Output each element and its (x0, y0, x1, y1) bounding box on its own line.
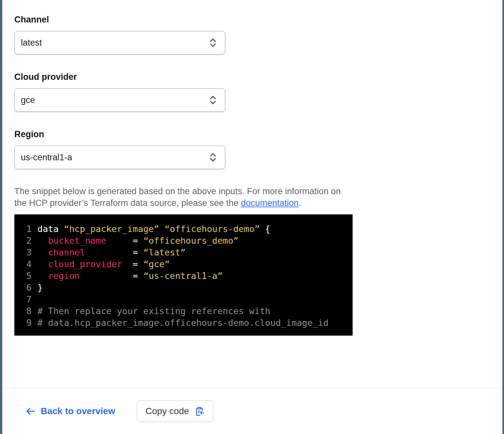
code-line-content: data “hcp_packer_image” “officehours-dem… (37, 223, 270, 235)
snippet-generator-panel: Channel latest Cloud provider gce Region… (0, 0, 504, 336)
region-label: Region (14, 129, 490, 139)
region-field: Region us-central1-a (14, 129, 490, 169)
code-line-content: channel = “latest” (37, 247, 186, 258)
code-line-content: region = “us-central1-a” (37, 270, 223, 282)
cloud-provider-select[interactable]: gce (14, 88, 225, 112)
line-number: 7 (14, 294, 37, 305)
line-number: 4 (14, 258, 37, 270)
documentation-link[interactable]: documentation (241, 198, 299, 208)
code-line: 9# data.hcp_packer_image.officehours-dem… (14, 317, 349, 329)
chevron-up-down-icon (209, 152, 217, 163)
code-line: 4 cloud_provider = “gce” (14, 258, 349, 270)
code-line: 8# Then replace your existing references… (14, 305, 349, 317)
line-number: 3 (14, 247, 37, 258)
chevron-up-down-icon (209, 37, 217, 48)
footer-bar: Back to overview Copy code (0, 388, 504, 434)
code-line-content: # data.hcp_packer_image.officehours-demo… (37, 317, 329, 329)
channel-select[interactable]: latest (14, 31, 225, 54)
channel-select-value: latest (21, 38, 42, 48)
code-line: 5 region = “us-central1-a” (14, 270, 349, 282)
page-edge-left (0, 0, 2, 434)
code-line: 7 (14, 294, 349, 305)
cloud-provider-label: Cloud provider (14, 72, 490, 82)
code-line-content: cloud_provider = “gce” (37, 258, 170, 270)
code-block: 1data “hcp_packer_image” “officehours-de… (14, 214, 353, 336)
code-line-content: } (37, 282, 43, 294)
clipboard-copy-icon (194, 406, 204, 416)
code-lines: 1data “hcp_packer_image” “officehours-de… (14, 223, 349, 329)
arrow-left-icon (25, 406, 36, 416)
code-line: 1data “hcp_packer_image” “officehours-de… (14, 223, 349, 235)
code-line-content: # Then replace your existing references … (37, 305, 270, 317)
description-text-after: . (299, 198, 301, 208)
line-number: 2 (14, 235, 37, 247)
line-number: 8 (14, 305, 37, 317)
chevron-up-down-icon (209, 95, 217, 105)
copy-code-label: Copy code (146, 406, 189, 416)
back-to-overview-label: Back to overview (41, 406, 115, 416)
code-line: 2 bucket_name = “officehours_demo” (14, 235, 349, 247)
line-number: 5 (14, 270, 37, 282)
channel-field: Channel latest (14, 14, 490, 54)
code-line-content: bucket_name = “officehours_demo” (37, 235, 239, 247)
line-number: 1 (14, 223, 37, 235)
channel-label: Channel (14, 14, 490, 25)
back-to-overview-link[interactable]: Back to overview (25, 406, 115, 416)
snippet-description: The snippet below is generated based on … (14, 185, 353, 209)
cloud-provider-select-value: gce (21, 95, 35, 105)
page-edge-right (502, 0, 504, 434)
code-line: 6} (14, 282, 349, 294)
copy-code-button[interactable]: Copy code (137, 400, 213, 422)
region-select-value: us-central1-a (21, 152, 72, 163)
cloud-provider-field: Cloud provider gce (14, 72, 490, 112)
code-line: 3 channel = “latest” (14, 247, 349, 258)
line-number: 9 (14, 317, 37, 329)
line-number: 6 (14, 282, 37, 294)
region-select[interactable]: us-central1-a (14, 146, 225, 169)
